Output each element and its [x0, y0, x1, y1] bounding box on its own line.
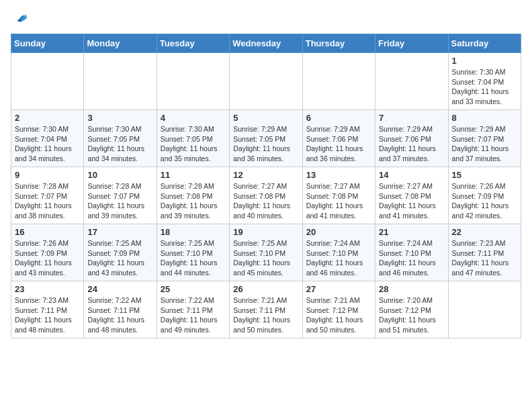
logo	[11, 11, 27, 26]
calendar-cell: 13Sunrise: 7:27 AM Sunset: 7:08 PM Dayli…	[302, 167, 375, 224]
day-number: 2	[15, 113, 80, 123]
day-number: 23	[15, 284, 80, 294]
day-info: Sunrise: 7:20 AM Sunset: 7:12 PM Dayligh…	[379, 295, 444, 335]
day-number: 6	[306, 113, 371, 123]
day-number: 14	[379, 170, 444, 180]
day-number: 10	[87, 170, 152, 180]
page-header	[11, 11, 521, 26]
calendar-cell	[11, 53, 84, 110]
day-info: Sunrise: 7:29 AM Sunset: 7:06 PM Dayligh…	[306, 124, 371, 164]
calendar-cell: 11Sunrise: 7:28 AM Sunset: 7:08 PM Dayli…	[157, 167, 229, 224]
day-info: Sunrise: 7:24 AM Sunset: 7:10 PM Dayligh…	[306, 238, 371, 278]
calendar-week-row: 16Sunrise: 7:26 AM Sunset: 7:09 PM Dayli…	[11, 224, 521, 281]
calendar-week-row: 1Sunrise: 7:30 AM Sunset: 7:04 PM Daylig…	[11, 53, 521, 110]
day-info: Sunrise: 7:29 AM Sunset: 7:05 PM Dayligh…	[233, 124, 298, 164]
calendar-cell: 18Sunrise: 7:25 AM Sunset: 7:10 PM Dayli…	[157, 224, 229, 281]
day-info: Sunrise: 7:25 AM Sunset: 7:10 PM Dayligh…	[233, 238, 298, 278]
calendar-cell: 4Sunrise: 7:30 AM Sunset: 7:05 PM Daylig…	[157, 110, 229, 167]
calendar-cell	[448, 281, 521, 338]
day-info: Sunrise: 7:30 AM Sunset: 7:05 PM Dayligh…	[87, 124, 152, 164]
day-number: 16	[15, 227, 80, 237]
day-info: Sunrise: 7:21 AM Sunset: 7:12 PM Dayligh…	[306, 295, 371, 335]
day-info: Sunrise: 7:23 AM Sunset: 7:11 PM Dayligh…	[452, 238, 517, 278]
day-info: Sunrise: 7:27 AM Sunset: 7:08 PM Dayligh…	[233, 181, 298, 221]
day-number: 3	[87, 113, 152, 123]
calendar-cell: 23Sunrise: 7:23 AM Sunset: 7:11 PM Dayli…	[11, 281, 84, 338]
calendar-cell: 3Sunrise: 7:30 AM Sunset: 7:05 PM Daylig…	[84, 110, 157, 167]
day-number: 8	[452, 113, 517, 123]
day-info: Sunrise: 7:21 AM Sunset: 7:11 PM Dayligh…	[233, 295, 298, 335]
day-number: 26	[233, 284, 298, 294]
calendar-cell	[157, 53, 229, 110]
day-info: Sunrise: 7:26 AM Sunset: 7:09 PM Dayligh…	[15, 238, 80, 278]
calendar-week-row: 2Sunrise: 7:30 AM Sunset: 7:04 PM Daylig…	[11, 110, 521, 167]
day-number: 25	[161, 284, 226, 294]
calendar-cell: 24Sunrise: 7:22 AM Sunset: 7:11 PM Dayli…	[84, 281, 157, 338]
day-number: 18	[161, 227, 226, 237]
day-number: 1	[452, 56, 517, 66]
day-number: 15	[452, 170, 517, 180]
calendar-cell: 7Sunrise: 7:29 AM Sunset: 7:06 PM Daylig…	[375, 110, 448, 167]
day-number: 17	[87, 227, 152, 237]
day-info: Sunrise: 7:28 AM Sunset: 7:07 PM Dayligh…	[87, 181, 152, 221]
day-number: 5	[233, 113, 298, 123]
calendar-cell: 14Sunrise: 7:27 AM Sunset: 7:08 PM Dayli…	[375, 167, 448, 224]
day-number: 12	[233, 170, 298, 180]
weekday-header-saturday: Saturday	[448, 34, 521, 53]
calendar-cell: 21Sunrise: 7:24 AM Sunset: 7:10 PM Dayli…	[375, 224, 448, 281]
calendar-cell	[302, 53, 375, 110]
calendar-cell	[84, 53, 157, 110]
day-info: Sunrise: 7:30 AM Sunset: 7:04 PM Dayligh…	[15, 124, 80, 164]
calendar-cell: 9Sunrise: 7:28 AM Sunset: 7:07 PM Daylig…	[11, 167, 84, 224]
calendar-cell: 1Sunrise: 7:30 AM Sunset: 7:04 PM Daylig…	[448, 53, 521, 110]
day-number: 24	[87, 284, 152, 294]
calendar-cell: 20Sunrise: 7:24 AM Sunset: 7:10 PM Dayli…	[302, 224, 375, 281]
day-number: 21	[379, 227, 444, 237]
calendar-cell: 26Sunrise: 7:21 AM Sunset: 7:11 PM Dayli…	[230, 281, 302, 338]
day-info: Sunrise: 7:24 AM Sunset: 7:10 PM Dayligh…	[379, 238, 444, 278]
calendar-cell: 28Sunrise: 7:20 AM Sunset: 7:12 PM Dayli…	[375, 281, 448, 338]
calendar-cell: 10Sunrise: 7:28 AM Sunset: 7:07 PM Dayli…	[84, 167, 157, 224]
day-info: Sunrise: 7:28 AM Sunset: 7:08 PM Dayligh…	[161, 181, 226, 221]
day-number: 4	[161, 113, 226, 123]
day-info: Sunrise: 7:22 AM Sunset: 7:11 PM Dayligh…	[161, 295, 226, 335]
logo-bird-icon	[12, 11, 27, 26]
calendar-cell	[375, 53, 448, 110]
weekday-header-monday: Monday	[84, 34, 157, 53]
calendar-week-row: 9Sunrise: 7:28 AM Sunset: 7:07 PM Daylig…	[11, 167, 521, 224]
calendar-cell: 5Sunrise: 7:29 AM Sunset: 7:05 PM Daylig…	[230, 110, 302, 167]
weekday-header-thursday: Thursday	[302, 34, 375, 53]
day-info: Sunrise: 7:29 AM Sunset: 7:06 PM Dayligh…	[379, 124, 444, 164]
calendar-header-row: SundayMondayTuesdayWednesdayThursdayFrid…	[11, 34, 521, 53]
day-number: 20	[306, 227, 371, 237]
day-number: 19	[233, 227, 298, 237]
calendar-cell: 15Sunrise: 7:26 AM Sunset: 7:09 PM Dayli…	[448, 167, 521, 224]
calendar-cell: 6Sunrise: 7:29 AM Sunset: 7:06 PM Daylig…	[302, 110, 375, 167]
weekday-header-sunday: Sunday	[11, 34, 84, 53]
calendar-cell: 27Sunrise: 7:21 AM Sunset: 7:12 PM Dayli…	[302, 281, 375, 338]
day-info: Sunrise: 7:23 AM Sunset: 7:11 PM Dayligh…	[15, 295, 80, 335]
day-info: Sunrise: 7:28 AM Sunset: 7:07 PM Dayligh…	[15, 181, 80, 221]
calendar-cell	[230, 53, 302, 110]
calendar-cell: 8Sunrise: 7:29 AM Sunset: 7:07 PM Daylig…	[448, 110, 521, 167]
day-info: Sunrise: 7:30 AM Sunset: 7:04 PM Dayligh…	[452, 67, 517, 107]
weekday-header-tuesday: Tuesday	[157, 34, 229, 53]
calendar-cell: 16Sunrise: 7:26 AM Sunset: 7:09 PM Dayli…	[11, 224, 84, 281]
day-number: 27	[306, 284, 371, 294]
day-number: 22	[452, 227, 517, 237]
day-number: 11	[161, 170, 226, 180]
day-info: Sunrise: 7:29 AM Sunset: 7:07 PM Dayligh…	[452, 124, 517, 164]
calendar-cell: 2Sunrise: 7:30 AM Sunset: 7:04 PM Daylig…	[11, 110, 84, 167]
calendar-cell: 17Sunrise: 7:25 AM Sunset: 7:09 PM Dayli…	[84, 224, 157, 281]
day-info: Sunrise: 7:25 AM Sunset: 7:10 PM Dayligh…	[161, 238, 226, 278]
day-info: Sunrise: 7:27 AM Sunset: 7:08 PM Dayligh…	[379, 181, 444, 221]
day-info: Sunrise: 7:30 AM Sunset: 7:05 PM Dayligh…	[161, 124, 226, 164]
weekday-header-wednesday: Wednesday	[230, 34, 302, 53]
day-number: 9	[15, 170, 80, 180]
day-info: Sunrise: 7:27 AM Sunset: 7:08 PM Dayligh…	[306, 181, 371, 221]
day-info: Sunrise: 7:25 AM Sunset: 7:09 PM Dayligh…	[87, 238, 152, 278]
calendar-cell: 22Sunrise: 7:23 AM Sunset: 7:11 PM Dayli…	[448, 224, 521, 281]
day-number: 7	[379, 113, 444, 123]
calendar-cell: 12Sunrise: 7:27 AM Sunset: 7:08 PM Dayli…	[230, 167, 302, 224]
day-info: Sunrise: 7:26 AM Sunset: 7:09 PM Dayligh…	[452, 181, 517, 221]
